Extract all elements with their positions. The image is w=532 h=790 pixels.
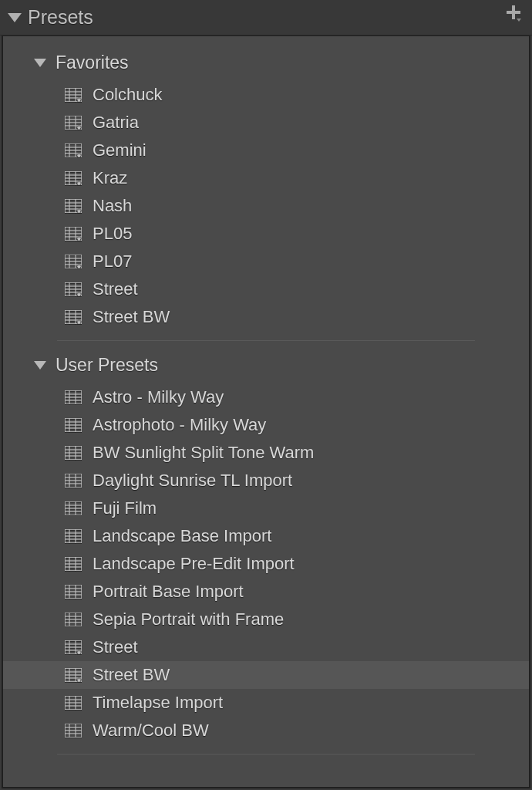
preset-label: Daylight Sunrise TL Import <box>93 471 292 491</box>
preset-favorite-icon <box>65 227 82 241</box>
preset-favorite-icon <box>65 310 82 324</box>
preset-icon <box>65 446 82 460</box>
preset-item[interactable]: Street <box>3 633 529 661</box>
divider <box>57 754 475 755</box>
preset-item[interactable]: Street BW <box>3 303 529 331</box>
preset-item[interactable]: Fuji Film <box>3 495 529 522</box>
preset-favorite-icon <box>65 143 82 157</box>
preset-label: Nash <box>93 196 132 216</box>
preset-icon <box>65 613 82 626</box>
group-header[interactable]: Favorites <box>3 48 529 81</box>
preset-icon <box>65 418 82 432</box>
panel-header[interactable]: Presets <box>0 0 532 35</box>
preset-group: Favorites Colchuck Gatria <box>3 48 529 341</box>
panel-title: Presets <box>28 6 93 29</box>
preset-label: PL05 <box>93 224 132 244</box>
preset-item[interactable]: BW Sunlight Split Tone Warm <box>3 439 529 467</box>
preset-item[interactable]: Street BW <box>3 661 529 689</box>
preset-item[interactable]: Portrait Base Import <box>3 578 529 606</box>
presets-panel: Presets Favorites Colchuck <box>0 0 532 790</box>
divider <box>57 340 475 341</box>
preset-favorite-icon <box>65 668 82 682</box>
collapse-panel-icon[interactable] <box>8 13 22 22</box>
collapse-group-icon[interactable] <box>34 361 46 370</box>
preset-label: Street BW <box>93 665 170 685</box>
group-title: Favorites <box>56 52 129 73</box>
preset-icon <box>65 585 82 599</box>
preset-label: Gemini <box>93 140 146 160</box>
preset-label: Warm/Cool BW <box>93 721 209 741</box>
preset-label: Fuji Film <box>93 498 157 518</box>
preset-label: Gatria <box>93 113 139 133</box>
preset-item[interactable]: Nash <box>3 192 529 220</box>
panel-body: Favorites Colchuck Gatria <box>2 35 530 788</box>
preset-favorite-icon <box>65 282 82 296</box>
preset-favorite-icon <box>65 199 82 213</box>
preset-label: BW Sunlight Split Tone Warm <box>93 443 314 463</box>
preset-label: Astrophoto - Milky Way <box>93 415 266 435</box>
preset-group: User Presets Astro - Milky Way Astrophot… <box>3 350 529 755</box>
preset-favorite-icon <box>65 640 82 654</box>
preset-label: Street <box>93 279 138 299</box>
preset-icon <box>65 696 82 710</box>
preset-item[interactable]: Gemini <box>3 137 529 164</box>
preset-label: Landscape Pre-Edit Import <box>93 554 295 574</box>
preset-label: Sepia Portrait with Frame <box>93 609 284 630</box>
preset-icon <box>65 557 82 571</box>
preset-item[interactable]: Street <box>3 275 529 303</box>
preset-icon <box>65 390 82 404</box>
preset-item[interactable]: Landscape Pre-Edit Import <box>3 550 529 578</box>
preset-label: Portrait Base Import <box>93 582 244 602</box>
preset-item[interactable]: Kraz <box>3 164 529 192</box>
preset-item[interactable]: Landscape Base Import <box>3 522 529 550</box>
preset-item[interactable]: Astro - Milky Way <box>3 383 529 411</box>
group-title: User Presets <box>56 355 158 376</box>
preset-label: Timelapse Import <box>93 693 223 713</box>
preset-list: Colchuck Gatria Gemini <box>3 81 529 331</box>
preset-icon <box>65 474 82 488</box>
preset-item[interactable]: Colchuck <box>3 81 529 109</box>
preset-label: Street BW <box>93 307 170 327</box>
preset-item[interactable]: Sepia Portrait with Frame <box>3 606 529 633</box>
preset-label: Street <box>93 637 138 657</box>
preset-item[interactable]: Daylight Sunrise TL Import <box>3 467 529 495</box>
preset-label: Colchuck <box>93 85 162 105</box>
add-preset-button[interactable] <box>504 5 523 25</box>
preset-icon <box>65 724 82 738</box>
collapse-group-icon[interactable] <box>34 59 46 67</box>
preset-favorite-icon <box>65 88 82 102</box>
preset-favorite-icon <box>65 116 82 130</box>
preset-item[interactable]: PL05 <box>3 220 529 248</box>
preset-item[interactable]: Timelapse Import <box>3 689 529 717</box>
preset-label: PL07 <box>93 252 132 272</box>
preset-icon <box>65 529 82 543</box>
preset-item[interactable]: Gatria <box>3 109 529 137</box>
preset-icon <box>65 501 82 515</box>
preset-item[interactable]: PL07 <box>3 248 529 275</box>
preset-favorite-icon <box>65 171 82 185</box>
preset-favorite-icon <box>65 255 82 268</box>
preset-label: Kraz <box>93 168 127 188</box>
preset-label: Landscape Base Import <box>93 526 271 546</box>
group-header[interactable]: User Presets <box>3 350 529 383</box>
preset-item[interactable]: Warm/Cool BW <box>3 717 529 744</box>
preset-item[interactable]: Astrophoto - Milky Way <box>3 411 529 439</box>
preset-label: Astro - Milky Way <box>93 387 224 407</box>
preset-list: Astro - Milky Way Astrophoto - Milky Way… <box>3 383 529 744</box>
